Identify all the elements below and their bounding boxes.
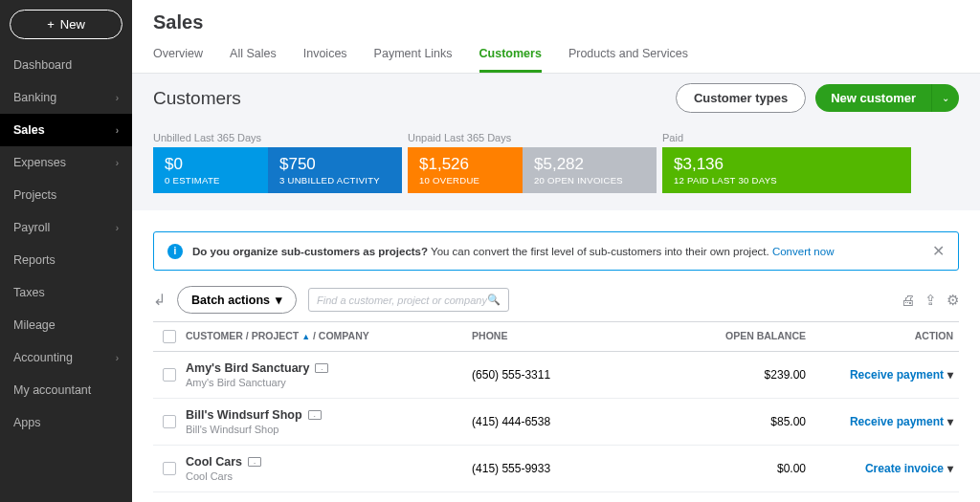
main-content: Sales OverviewAll SalesInvoicesPayment L…	[132, 0, 980, 502]
search-box[interactable]: 🔍	[308, 288, 509, 312]
chevron-right-icon: ›	[116, 223, 119, 233]
table-header: CUSTOMER / PROJECT ▲ / COMPANY PHONE OPE…	[153, 321, 959, 352]
sidebar-item-accounting[interactable]: Accounting›	[0, 341, 132, 374]
table-row: Diego Rodriguez (650) 555-4477$0.00Creat…	[153, 492, 959, 502]
toolbar: ↲ Batch actions▾ 🔍 🖨 ⇪ ⚙	[132, 271, 980, 321]
customer-name[interactable]: Amy's Bird Sanctuary	[186, 361, 472, 375]
info-banner: i Do you organize sub-customers as proje…	[153, 231, 959, 271]
batch-actions-button[interactable]: Batch actions▾	[177, 286, 297, 314]
select-all-checkbox[interactable]	[163, 330, 176, 343]
new-button[interactable]: + New	[10, 10, 122, 39]
table-row: Bill's Windsurf Shop Bill's Windsurf Sho…	[153, 399, 959, 446]
new-customer-dropdown[interactable]: ⌄	[931, 84, 959, 112]
mail-icon[interactable]	[248, 457, 261, 467]
search-input[interactable]	[317, 295, 487, 306]
customer-types-button[interactable]: Customer types	[676, 83, 806, 113]
new-button-label: New	[60, 17, 85, 32]
customer-name[interactable]: Cool Cars	[186, 455, 472, 469]
tab-invoices[interactable]: Invoices	[303, 39, 347, 73]
header-action: ACTION	[825, 330, 959, 343]
company-name: Bill's Windsurf Shop	[186, 424, 472, 435]
chevron-right-icon: ›	[116, 353, 119, 363]
convert-now-link[interactable]: Convert now	[772, 246, 835, 257]
header-balance[interactable]: OPEN BALANCE	[662, 330, 825, 343]
sidebar-item-my-accountant[interactable]: My accountant	[0, 374, 132, 406]
section-title: Customers	[153, 88, 241, 109]
info-icon: i	[167, 244, 183, 259]
new-customer-button[interactable]: New customer	[815, 84, 931, 112]
summary-card[interactable]: $5,28220 OPEN INVOICES	[523, 147, 657, 193]
sidebar-item-banking[interactable]: Banking›	[0, 81, 132, 114]
row-checkbox[interactable]	[163, 368, 176, 382]
chevron-right-icon: ›	[116, 93, 119, 103]
gear-icon[interactable]: ⚙	[947, 292, 959, 309]
summary-label-unpaid: Unpaid Last 365 Days	[408, 132, 662, 143]
sidebar-item-dashboard[interactable]: Dashboard	[0, 49, 132, 81]
import-arrow-icon[interactable]: ↲	[153, 291, 166, 309]
balance-cell: $85.00	[662, 415, 825, 428]
caret-down-icon: ▾	[276, 293, 282, 307]
row-checkbox[interactable]	[163, 415, 176, 428]
sidebar-item-payroll[interactable]: Payroll›	[0, 211, 132, 244]
customers-table: CUSTOMER / PROJECT ▲ / COMPANY PHONE OPE…	[153, 321, 959, 502]
close-icon[interactable]: ✕	[932, 242, 945, 260]
print-icon[interactable]: 🖨	[901, 292, 915, 309]
caret-down-icon: ▾	[947, 415, 953, 428]
summary-card[interactable]: $3,13612 PAID LAST 30 DAYS	[662, 147, 911, 193]
chevron-right-icon: ›	[116, 125, 119, 136]
summary-card[interactable]: $1,52610 OVERDUE	[408, 147, 523, 193]
summary-label-paid: Paid	[662, 132, 911, 143]
tabs-bar: OverviewAll SalesInvoicesPayment LinksCu…	[132, 39, 980, 74]
sidebar: + New DashboardBanking›Sales›Expenses›Pr…	[0, 0, 132, 502]
sidebar-item-expenses[interactable]: Expenses›	[0, 146, 132, 179]
sidebar-item-sales[interactable]: Sales›	[0, 114, 132, 146]
header-customer[interactable]: CUSTOMER / PROJECT ▲ / COMPANY	[186, 330, 472, 343]
summary-label-unbilled: Unbilled Last 365 Days	[153, 132, 402, 143]
export-icon[interactable]: ⇪	[924, 292, 937, 309]
caret-down-icon: ▾	[947, 368, 953, 382]
sidebar-item-reports[interactable]: Reports	[0, 244, 132, 276]
sidebar-item-apps[interactable]: Apps	[0, 406, 132, 439]
table-row: Amy's Bird Sanctuary Amy's Bird Sanctuar…	[153, 352, 959, 399]
header-phone[interactable]: PHONE	[472, 330, 662, 343]
plus-icon: +	[47, 17, 55, 32]
tab-payment-links[interactable]: Payment Links	[374, 39, 453, 73]
customer-name[interactable]: Bill's Windsurf Shop	[186, 408, 472, 422]
table-row: Cool Cars Cool Cars(415) 555-9933$0.00Cr…	[153, 446, 959, 492]
banner-text: Do you organize sub-customers as project…	[192, 246, 834, 257]
mail-icon[interactable]	[315, 363, 328, 373]
phone-cell: (415) 444-6538	[472, 415, 662, 428]
row-checkbox[interactable]	[163, 462, 176, 475]
tab-products-and-services[interactable]: Products and Services	[568, 39, 688, 73]
sort-asc-icon: ▲	[301, 332, 310, 341]
summary-card[interactable]: $00 ESTIMATE	[153, 147, 268, 193]
row-action-link[interactable]: Receive payment ▾	[850, 368, 953, 382]
subheader: Customers Customer types New customer ⌄ …	[132, 74, 980, 210]
sidebar-item-mileage[interactable]: Mileage	[0, 309, 132, 341]
mail-icon[interactable]	[308, 410, 322, 420]
chevron-right-icon: ›	[116, 158, 119, 168]
caret-down-icon: ▾	[947, 462, 953, 475]
tab-overview[interactable]: Overview	[153, 39, 203, 73]
balance-cell: $0.00	[662, 462, 825, 475]
phone-cell: (650) 555-3311	[472, 368, 662, 382]
sidebar-item-projects[interactable]: Projects	[0, 179, 132, 211]
balance-cell: $239.00	[662, 368, 825, 382]
summary-card[interactable]: $7503 UNBILLED ACTIVITY	[268, 147, 402, 193]
row-action-link[interactable]: Receive payment ▾	[850, 415, 953, 428]
page-title: Sales	[132, 0, 980, 39]
tab-all-sales[interactable]: All Sales	[230, 39, 277, 73]
company-name: Cool Cars	[186, 470, 472, 482]
tab-customers[interactable]: Customers	[479, 39, 542, 73]
company-name: Amy's Bird Sanctuary	[186, 377, 472, 388]
sidebar-item-taxes[interactable]: Taxes	[0, 276, 132, 309]
search-icon: 🔍	[487, 294, 501, 306]
row-action-link[interactable]: Create invoice ▾	[865, 462, 953, 475]
phone-cell: (415) 555-9933	[472, 462, 662, 475]
